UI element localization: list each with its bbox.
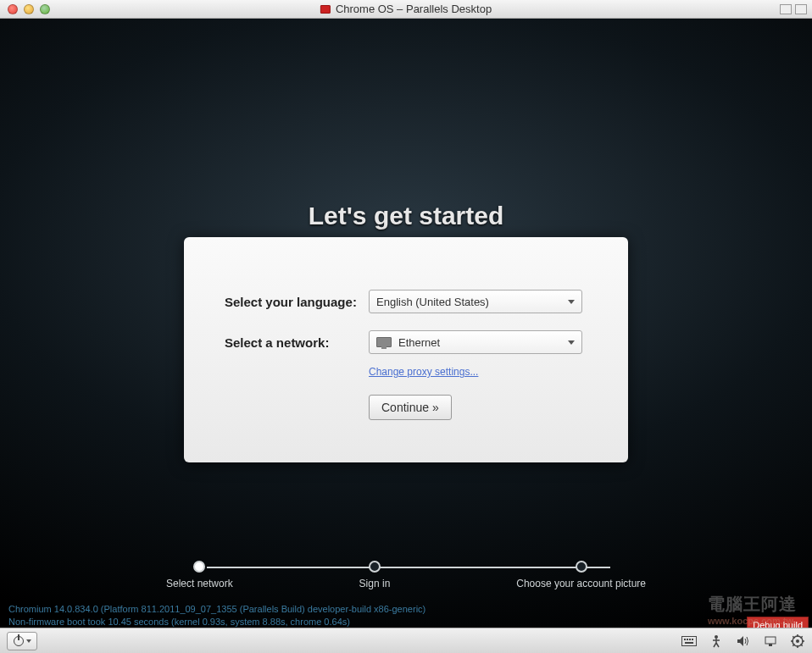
network-select[interactable]: Ethernet bbox=[369, 330, 582, 354]
step-dot bbox=[369, 561, 381, 573]
chevron-down-icon bbox=[568, 340, 575, 345]
settings-icon[interactable] bbox=[790, 634, 805, 648]
power-button[interactable] bbox=[7, 632, 37, 650]
step-account-picture: Choose your account picture bbox=[516, 561, 646, 589]
system-tray bbox=[681, 634, 805, 648]
svg-rect-2 bbox=[687, 639, 688, 640]
step-label: Choose your account picture bbox=[516, 578, 646, 589]
language-value: English (United States) bbox=[376, 296, 489, 308]
bottom-toolbar bbox=[0, 628, 812, 653]
accessibility-icon[interactable] bbox=[709, 634, 724, 648]
svg-rect-7 bbox=[765, 637, 776, 644]
step-select-network: Select network bbox=[166, 561, 233, 589]
os-screen: Let's get started Select your language: … bbox=[0, 19, 812, 653]
page-heading: Let's get started bbox=[0, 202, 812, 230]
step-label: Select network bbox=[166, 578, 233, 589]
window-controls-right bbox=[780, 4, 807, 14]
step-dot bbox=[576, 561, 587, 573]
chevron-down-icon bbox=[26, 639, 31, 643]
chevron-down-icon bbox=[568, 300, 575, 304]
volume-icon[interactable] bbox=[736, 634, 751, 648]
svg-rect-0 bbox=[682, 636, 697, 645]
network-row: Select a network: Ethernet bbox=[225, 330, 587, 354]
language-label: Select your language: bbox=[225, 295, 369, 309]
language-row: Select your language: English (United St… bbox=[225, 290, 587, 313]
window-title-area: Chrome OS – Parallels Desktop bbox=[320, 3, 492, 15]
network-label: Select a network: bbox=[225, 335, 369, 350]
step-sign-in: Sign in bbox=[359, 561, 391, 589]
svg-rect-5 bbox=[685, 642, 693, 644]
coherence-icon[interactable] bbox=[780, 4, 792, 14]
svg-point-6 bbox=[715, 635, 718, 639]
svg-rect-8 bbox=[769, 644, 772, 646]
app-icon bbox=[320, 5, 331, 14]
progress-stepper: Select network Sign in Choose your accou… bbox=[176, 561, 636, 589]
network-value: Ethernet bbox=[398, 336, 440, 349]
keyboard-icon[interactable] bbox=[681, 634, 697, 648]
version-info: Chromium 14.0.834.0 (Platform 811.2011_0… bbox=[8, 603, 425, 629]
continue-button[interactable]: Continue » bbox=[369, 395, 452, 420]
language-select[interactable]: English (United States) bbox=[369, 290, 582, 313]
svg-rect-4 bbox=[692, 639, 693, 640]
zoom-window-button[interactable] bbox=[40, 4, 50, 14]
setup-card: Select your language: English (United St… bbox=[184, 237, 628, 462]
proxy-settings-link[interactable]: Change proxy settings... bbox=[369, 366, 587, 378]
power-icon bbox=[14, 636, 24, 646]
close-window-button[interactable] bbox=[8, 4, 18, 14]
watermark-main: 電腦王阿達 bbox=[708, 595, 797, 613]
minimize-window-button[interactable] bbox=[24, 4, 34, 14]
svg-point-10 bbox=[796, 639, 799, 643]
step-label: Sign in bbox=[359, 578, 391, 589]
network-icon[interactable] bbox=[763, 634, 778, 648]
fullscreen-icon[interactable] bbox=[795, 4, 807, 14]
step-dot-active bbox=[193, 561, 205, 573]
version-line-1: Chromium 14.0.834.0 (Platform 811.2011_0… bbox=[8, 603, 425, 616]
mac-titlebar: Chrome OS – Parallels Desktop bbox=[0, 0, 812, 19]
traffic-lights bbox=[0, 4, 50, 14]
window-title: Chrome OS – Parallels Desktop bbox=[336, 3, 492, 15]
svg-rect-3 bbox=[689, 639, 691, 640]
ethernet-icon bbox=[376, 337, 392, 347]
svg-rect-1 bbox=[684, 639, 686, 640]
